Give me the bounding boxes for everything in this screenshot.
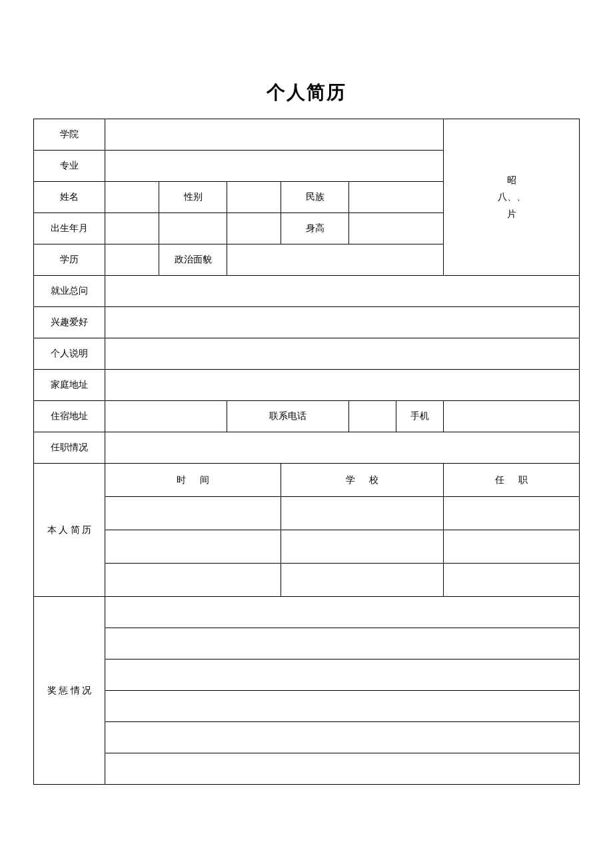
value-college <box>105 119 444 151</box>
photo-text-1: 昭 <box>445 172 578 189</box>
label-dorm-address: 住宿地址 <box>34 401 105 432</box>
label-employment: 就业总问 <box>34 276 105 307</box>
reward-3 <box>105 691 579 722</box>
value-name <box>105 182 159 213</box>
reward-1 <box>105 628 579 659</box>
resume-position-2 <box>444 564 580 597</box>
value-contact-phone <box>349 401 396 432</box>
label-resume: 本 人 简 历 <box>34 464 105 597</box>
label-home-address: 家庭地址 <box>34 370 105 401</box>
label-ethnicity: 民族 <box>281 182 349 213</box>
label-contact-phone: 联系电话 <box>227 401 348 432</box>
resume-table: 学院 昭 八、、 片 专业 姓名 性别 民族 出生年月 身高 学历 政治面貌 就… <box>33 119 580 785</box>
value-education <box>105 244 159 276</box>
value-home-address <box>105 370 579 401</box>
header-position: 任 职 <box>444 464 580 497</box>
value-birth <box>105 213 159 244</box>
resume-position-0 <box>444 497 580 530</box>
resume-time-2 <box>105 564 281 597</box>
reward-0 <box>105 597 579 628</box>
resume-school-1 <box>281 530 444 564</box>
value-birth-extra <box>159 213 227 244</box>
label-major: 专业 <box>34 151 105 182</box>
reward-5 <box>105 753 579 785</box>
label-height: 身高 <box>281 213 349 244</box>
value-position-status <box>105 432 579 464</box>
value-birth-extra2 <box>227 213 281 244</box>
value-personal-desc <box>105 338 579 370</box>
value-major <box>105 151 444 182</box>
photo-text-3: 片 <box>445 206 578 222</box>
label-name: 姓名 <box>34 182 105 213</box>
label-politics: 政治面貌 <box>159 244 227 276</box>
label-rewards: 奖 惩 情 况 <box>34 597 105 785</box>
label-personal-desc: 个人说明 <box>34 338 105 370</box>
value-dorm-address <box>105 401 227 432</box>
value-politics <box>227 244 444 276</box>
value-ethnicity <box>349 182 444 213</box>
label-college: 学院 <box>34 119 105 151</box>
reward-4 <box>105 722 579 753</box>
resume-time-0 <box>105 497 281 530</box>
value-height <box>349 213 444 244</box>
photo-placeholder: 昭 八、、 片 <box>444 119 580 276</box>
resume-position-1 <box>444 530 580 564</box>
value-mobile <box>444 401 580 432</box>
label-position-status: 任职情况 <box>34 432 105 464</box>
page-title: 个人简历 <box>33 80 580 105</box>
reward-2 <box>105 659 579 691</box>
label-birth: 出生年月 <box>34 213 105 244</box>
resume-time-1 <box>105 530 281 564</box>
label-mobile: 手机 <box>396 401 444 432</box>
value-employment <box>105 276 579 307</box>
photo-text-2: 八、、 <box>445 189 578 205</box>
value-gender <box>227 182 281 213</box>
header-school: 学 校 <box>281 464 444 497</box>
header-time: 时 间 <box>105 464 281 497</box>
value-hobby <box>105 307 579 338</box>
label-education: 学历 <box>34 244 105 276</box>
label-hobby: 兴趣爱好 <box>34 307 105 338</box>
resume-school-0 <box>281 497 444 530</box>
resume-school-2 <box>281 564 444 597</box>
label-gender: 性别 <box>159 182 227 213</box>
